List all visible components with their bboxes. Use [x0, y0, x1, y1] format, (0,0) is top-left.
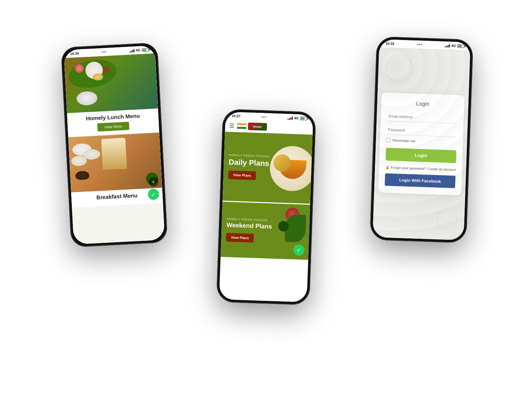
breakfast-card: ✓ ∧ Breakfast Menu	[68, 132, 163, 208]
hero-title: Daily Plans	[229, 158, 270, 168]
decor-circle-1	[385, 54, 413, 83]
lunch-card: Homely Lunch Menu View More	[64, 53, 159, 137]
view-plans-button[interactable]: View Plans	[228, 170, 256, 180]
network-label-center: 4G	[294, 116, 299, 120]
remember-row: Remember me	[386, 138, 456, 145]
status-right-center: 4G	[287, 116, 307, 120]
status-time-right: 10:32	[385, 41, 394, 46]
forgot-password-link[interactable]: 🔒 Forgot your password?	[385, 165, 426, 170]
menu-content: Homely Lunch Menu View More	[64, 53, 165, 244]
login-card: Login Remember me Login 🔒 Forgot your pa…	[378, 92, 464, 195]
remember-checkbox[interactable]	[386, 138, 390, 142]
hamburger-icon[interactable]: ☰	[229, 122, 234, 129]
hero-content: HOMELY FRESH FOOODS Daily Plans View Pla…	[228, 154, 270, 180]
lunch-image	[64, 53, 158, 113]
breakfast-image	[68, 132, 162, 193]
battery-icon-right	[457, 44, 464, 48]
signal-icon-right	[445, 44, 450, 48]
status-dots-center	[262, 116, 266, 117]
hero-food-image	[262, 140, 312, 197]
signal-icon-center	[287, 116, 292, 120]
weekend-content: HOMELY FRESH FOOODS Weekend Plans View P…	[226, 217, 272, 243]
whatsapp-fab-weekend[interactable]: ✓	[293, 244, 304, 256]
network-label-left: 4G	[136, 48, 141, 52]
status-right-right: 4G	[445, 43, 464, 48]
weekend-plans-button[interactable]: View Plans	[226, 233, 254, 243]
network-label-right: 4G	[451, 44, 456, 48]
signal-icon-left	[129, 49, 135, 52]
forgot-row: 🔒 Forgot your password? Create an accoun…	[385, 165, 455, 171]
password-input[interactable]	[386, 125, 457, 137]
login-button[interactable]: Login	[385, 148, 456, 163]
lock-icon: 🔒	[385, 165, 389, 169]
remember-label: Remember me	[392, 138, 415, 143]
facebook-login-button[interactable]: Login With Facebook	[385, 173, 455, 188]
lunch-title: Homely Lunch Menu	[71, 112, 154, 123]
scene: 10:30 4G	[59, 17, 473, 397]
decor-circle-2	[436, 208, 457, 230]
login-screen: Login Remember me Login 🔒 Forgot your pa…	[373, 47, 470, 240]
battery-icon-center	[300, 117, 307, 120]
brand-logo: BRAND	[248, 122, 267, 131]
flag-logo	[236, 123, 246, 129]
email-input[interactable]	[387, 111, 457, 124]
phone-center: 10:27 4G	[216, 109, 316, 305]
status-time-left: 10:30	[70, 51, 79, 56]
create-account-link[interactable]: Create an account	[427, 167, 456, 171]
status-right-left: 4G	[129, 48, 149, 52]
daily-plans-banner: HOMELY FRESH FOOODS Daily Plans View Pla…	[222, 132, 312, 204]
app-logo: BRAND	[236, 122, 267, 131]
weekend-title: Weekend Plans	[226, 222, 272, 230]
phone-right: 10:32 4G	[369, 36, 473, 243]
status-dots-right	[417, 44, 422, 45]
weekend-plans-banner: HOMELY FRESH FOOODS Weekend Plans View P…	[220, 202, 310, 260]
battery-icon-left	[142, 48, 148, 52]
status-dots-left	[101, 51, 106, 53]
login-title: Login	[387, 99, 458, 108]
breakfast-title: Breakfast Menu	[75, 191, 158, 202]
lunch-label: Homely Lunch Menu View More	[67, 108, 159, 137]
view-more-button[interactable]: View More	[97, 122, 129, 132]
status-time-center: 10:27	[231, 114, 240, 118]
phone-left: 10:30 4G	[61, 42, 168, 247]
